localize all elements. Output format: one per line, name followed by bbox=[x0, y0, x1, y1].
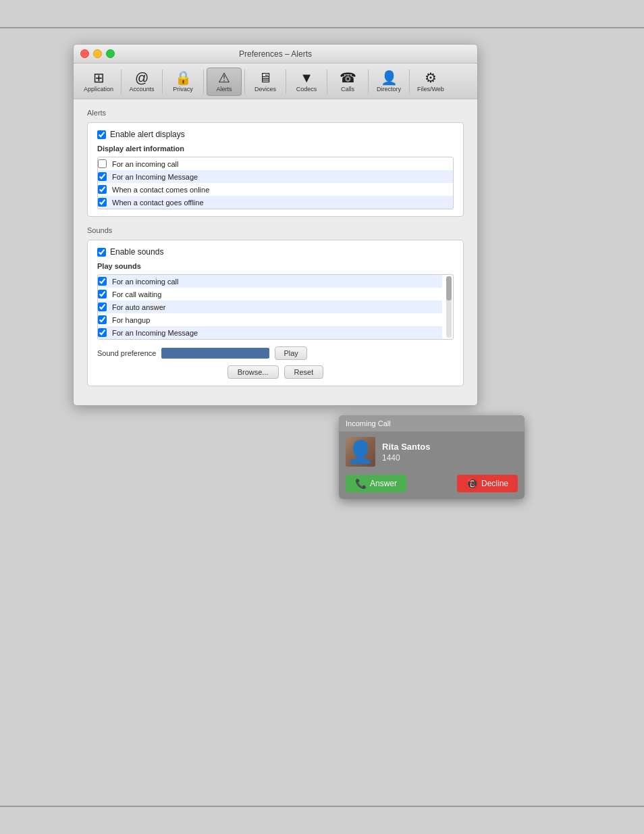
enable-alerts-row: Enable alert displays bbox=[97, 130, 454, 139]
sound-call-waiting-checkbox[interactable] bbox=[98, 290, 107, 298]
incoming-call-alert-checkbox[interactable] bbox=[98, 159, 107, 168]
alerts-section-title: Alerts bbox=[87, 109, 464, 117]
list-item: When a contact comes online bbox=[98, 183, 453, 196]
contact-online-alert-checkbox[interactable] bbox=[98, 185, 107, 194]
window-title: Preferences – Alerts bbox=[239, 49, 312, 59]
title-bar: Preferences – Alerts bbox=[74, 45, 477, 63]
toolbar-item-calls[interactable]: ☎ Calls bbox=[330, 68, 365, 96]
list-item: For an incoming call bbox=[98, 275, 442, 288]
browse-reset-row: Browse... Reset bbox=[97, 365, 454, 379]
preferences-window: Preferences – Alerts ⊞ Application @ Acc… bbox=[73, 44, 478, 406]
sound-incoming-call-checkbox[interactable] bbox=[98, 277, 107, 286]
toolbar-divider-1 bbox=[121, 70, 122, 94]
privacy-icon: 🔒 bbox=[175, 71, 192, 84]
files-web-label: Files/Web bbox=[417, 86, 444, 93]
list-item: For an Incoming Message bbox=[98, 170, 453, 183]
toolbar-item-privacy[interactable]: 🔒 Privacy bbox=[165, 68, 200, 96]
answer-button[interactable]: 📞 Answer bbox=[346, 475, 406, 492]
reset-button[interactable]: Reset bbox=[284, 365, 324, 379]
list-item: For an Incoming Message bbox=[98, 326, 442, 339]
answer-phone-icon: 📞 bbox=[355, 478, 367, 489]
toolbar-item-alerts[interactable]: ⚠ Alerts bbox=[207, 68, 242, 96]
toolbar-item-application[interactable]: ⊞ Application bbox=[79, 68, 118, 96]
toolbar-item-devices[interactable]: 🖥 Devices bbox=[248, 68, 283, 96]
caller-number: 1440 bbox=[382, 453, 431, 463]
toolbar-divider-6 bbox=[327, 70, 327, 94]
incoming-message-alert-checkbox[interactable] bbox=[98, 172, 107, 181]
call-body: Rita Santos 1440 bbox=[339, 432, 525, 475]
accounts-label: Accounts bbox=[130, 86, 155, 93]
sounds-items-list: For an incoming call For call waiting Fo… bbox=[97, 274, 454, 340]
sound-progress-bar bbox=[161, 348, 269, 359]
enable-sounds-checkbox[interactable] bbox=[97, 248, 106, 257]
incoming-message-alert-label: For an Incoming Message bbox=[112, 173, 198, 181]
answer-label: Answer bbox=[370, 479, 397, 488]
contact-offline-alert-label: When a contact goes offline bbox=[112, 199, 204, 207]
codecs-label: Codecs bbox=[296, 86, 317, 93]
play-button[interactable]: Play bbox=[275, 346, 306, 360]
files-web-icon: ⚙ bbox=[425, 71, 437, 84]
close-button[interactable] bbox=[80, 49, 89, 58]
window-controls bbox=[80, 49, 115, 58]
enable-alerts-checkbox[interactable] bbox=[97, 130, 106, 139]
maximize-button[interactable] bbox=[106, 49, 115, 58]
browse-button[interactable]: Browse... bbox=[227, 365, 279, 379]
calls-label: Calls bbox=[341, 86, 354, 93]
devices-label: Devices bbox=[254, 86, 276, 93]
scroll-track[interactable] bbox=[446, 276, 452, 338]
caller-avatar bbox=[346, 437, 375, 467]
call-actions: 📞 Answer 📵 Decline bbox=[339, 475, 525, 499]
minimize-button[interactable] bbox=[93, 49, 102, 58]
sound-preference-row: Sound preference Play bbox=[97, 346, 454, 360]
call-title: Incoming Call bbox=[339, 415, 525, 432]
sound-incoming-call-label: For an incoming call bbox=[112, 278, 178, 286]
devices-icon: 🖥 bbox=[259, 71, 272, 84]
alerts-icon: ⚠ bbox=[218, 71, 230, 84]
decline-label: Decline bbox=[481, 479, 508, 488]
sound-auto-answer-label: For auto answer bbox=[112, 303, 165, 311]
sound-hangup-label: For hangup bbox=[112, 316, 150, 324]
decline-phone-icon: 📵 bbox=[466, 478, 478, 489]
display-info-title: Display alert information bbox=[97, 145, 454, 153]
codecs-icon: ▼ bbox=[300, 71, 313, 84]
toolbar-divider-7 bbox=[368, 70, 369, 94]
toolbar-item-files-web[interactable]: ⚙ Files/Web bbox=[412, 68, 449, 96]
toolbar-item-codecs[interactable]: ▼ Codecs bbox=[289, 68, 324, 96]
directory-label: Directory bbox=[377, 86, 401, 93]
toolbar-divider-8 bbox=[409, 70, 410, 94]
scroll-thumb bbox=[446, 276, 452, 301]
incoming-call-notification: Incoming Call Rita Santos 1440 📞 Answer … bbox=[339, 415, 525, 499]
list-item: When a contact goes offline bbox=[98, 196, 453, 209]
list-item: For auto answer bbox=[98, 301, 442, 313]
sound-incoming-message-label: For an Incoming Message bbox=[112, 329, 198, 337]
enable-alerts-label: Enable alert displays bbox=[110, 130, 185, 139]
sound-preference-label: Sound preference bbox=[97, 349, 156, 357]
play-sounds-title: Play sounds bbox=[97, 262, 454, 270]
decline-button[interactable]: 📵 Decline bbox=[457, 475, 518, 492]
display-items-list: For an incoming call For an Incoming Mes… bbox=[97, 157, 454, 209]
toolbar: ⊞ Application @ Accounts 🔒 Privacy ⚠ Ale… bbox=[74, 63, 477, 99]
accounts-icon: @ bbox=[135, 71, 149, 84]
incoming-call-alert-label: For an incoming call bbox=[112, 160, 178, 168]
toolbar-divider-5 bbox=[286, 70, 286, 94]
list-item: For hangup bbox=[98, 313, 442, 326]
enable-sounds-row: Enable sounds bbox=[97, 247, 454, 257]
contact-offline-alert-checkbox[interactable] bbox=[98, 198, 107, 207]
toolbar-divider-3 bbox=[203, 70, 204, 94]
sound-incoming-message-checkbox[interactable] bbox=[98, 328, 107, 337]
alerts-section-box: Enable alert displays Display alert info… bbox=[87, 122, 464, 217]
caller-info: Rita Santos 1440 bbox=[382, 442, 431, 463]
sound-call-waiting-label: For call waiting bbox=[112, 290, 161, 298]
content-area: Alerts Enable alert displays Display ale… bbox=[74, 99, 477, 405]
enable-sounds-label: Enable sounds bbox=[110, 247, 163, 257]
sound-auto-answer-checkbox[interactable] bbox=[98, 303, 107, 311]
calls-icon: ☎ bbox=[340, 71, 356, 84]
toolbar-item-accounts[interactable]: @ Accounts bbox=[124, 68, 159, 96]
top-border bbox=[0, 27, 644, 28]
sound-hangup-checkbox[interactable] bbox=[98, 315, 107, 324]
caller-name: Rita Santos bbox=[382, 442, 431, 452]
application-label: Application bbox=[84, 86, 113, 93]
sounds-section-title: Sounds bbox=[87, 226, 464, 234]
toolbar-item-directory[interactable]: 👤 Directory bbox=[371, 68, 406, 96]
contact-online-alert-label: When a contact comes online bbox=[112, 186, 209, 194]
